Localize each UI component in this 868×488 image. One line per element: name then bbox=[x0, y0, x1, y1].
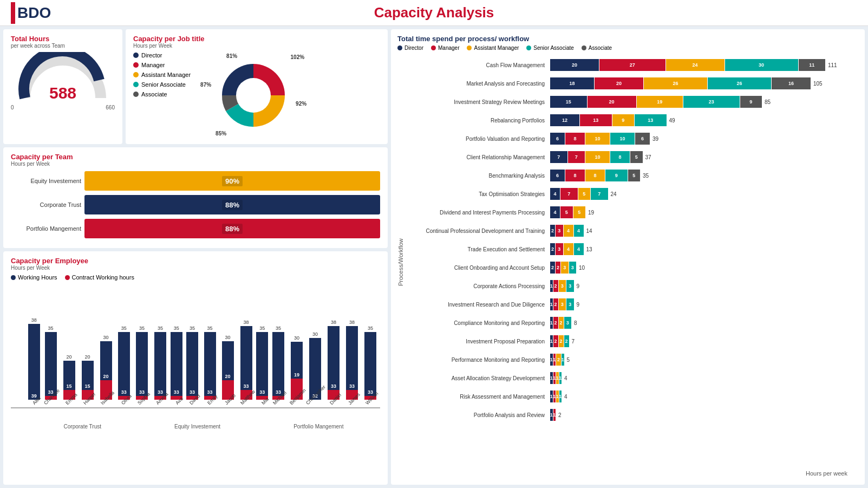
team-label-portfolio: Portfolio Mangement bbox=[11, 225, 81, 232]
rl-associate: Associate bbox=[582, 45, 612, 51]
emp-bar-sophia: 3533Sophia bbox=[133, 326, 151, 407]
emp-stack: 33 bbox=[204, 332, 216, 400]
proc-seg: 3 bbox=[561, 262, 569, 274]
rl-associate-label: Associate bbox=[589, 45, 612, 51]
process-bars: 11215 bbox=[550, 354, 858, 366]
emp-bar-harper: 2015Harper bbox=[79, 354, 96, 407]
process-row: Investment Proposal Preparation12227 bbox=[407, 333, 858, 350]
emp-stack: 33 bbox=[346, 326, 358, 400]
process-name: Client Onboarding and Account Setup bbox=[407, 265, 548, 271]
svg-point-0 bbox=[236, 78, 271, 113]
proc-seg: 7 bbox=[550, 151, 567, 163]
emp-chart-container: Hours per Week 3839Alex3533Charlotte2015… bbox=[11, 284, 380, 430]
employee-card: Capacity per Employee Hours per Week Wor… bbox=[3, 251, 388, 485]
emp-bar-christopher: 3032Christopher bbox=[306, 331, 324, 407]
legend-director: Director bbox=[133, 52, 191, 58]
proc-seg: 8 bbox=[565, 133, 585, 145]
working-label: Working Hours bbox=[18, 274, 57, 281]
job-title-card-title: Capacity per Job title bbox=[133, 35, 380, 43]
emp-stack: 33 bbox=[272, 332, 284, 400]
emp-legend: Working Hours Contract Working hours bbox=[11, 274, 380, 281]
manager-dot bbox=[133, 62, 139, 68]
emp-top-label: 35 bbox=[190, 326, 195, 331]
proc-seg: 4 bbox=[564, 225, 573, 237]
process-name: Performance Monitoring and Reporting bbox=[407, 357, 548, 363]
emp-top-label: 35 bbox=[121, 326, 127, 331]
proc-seg: 8 bbox=[585, 170, 605, 181]
proc-seg: 1 bbox=[556, 372, 559, 384]
proc-total: 49 bbox=[669, 118, 675, 123]
proc-seg: 1 bbox=[553, 391, 556, 402]
emp-bar-michael: 3533Michael bbox=[270, 326, 287, 407]
legend-manager: Manager bbox=[133, 62, 191, 68]
contract-dot bbox=[65, 275, 70, 280]
proc-seg: 3 bbox=[569, 262, 577, 274]
proc-seg: 7 bbox=[568, 151, 585, 163]
proc-seg: 10 bbox=[585, 151, 610, 163]
working-dot bbox=[11, 275, 16, 280]
proc-seg: 20 bbox=[550, 59, 599, 71]
process-row: Dividend and Interest Payments Processin… bbox=[407, 204, 858, 221]
team-pct-equity: 90% bbox=[222, 176, 243, 186]
emp-bar-isabella: 3020Isabella bbox=[97, 335, 115, 407]
emp-blue-label: 20 bbox=[225, 374, 231, 379]
emp-blue-seg: 33 bbox=[45, 332, 57, 396]
director-dot bbox=[133, 53, 139, 58]
director-label: Director bbox=[141, 52, 162, 58]
process-row: Cash Flow Management2027243011111 bbox=[407, 56, 858, 74]
proc-seg: 5 bbox=[573, 206, 586, 218]
proc-seg: 10 bbox=[610, 133, 635, 145]
emp-blue-label: 33 bbox=[207, 389, 213, 395]
process-name: Asset Allocation Strategy Development bbox=[407, 375, 548, 381]
proc-total: 19 bbox=[588, 210, 594, 216]
process-name: Risk Assessment and Management bbox=[407, 394, 548, 400]
main-content: Total Hours per week across Team 588 0 bbox=[0, 26, 868, 488]
emp-blue-seg: 15 bbox=[82, 361, 94, 390]
emp-top-label: 38 bbox=[244, 320, 249, 325]
proc-total: 37 bbox=[645, 154, 651, 160]
proc-total: 10 bbox=[579, 265, 585, 271]
proc-seg: 1 bbox=[553, 372, 556, 384]
team-track-trust: 88% bbox=[84, 195, 380, 214]
proc-seg: 1 bbox=[556, 391, 559, 402]
proc-seg: 2 bbox=[553, 280, 558, 292]
emp-bar-emily: 3533Emily bbox=[202, 326, 218, 407]
process-row: Corporate Actions Processing12339 bbox=[407, 277, 858, 295]
emp-bar-matthew: 3833Matthew bbox=[238, 320, 255, 407]
emp-blue-label: 33 bbox=[259, 389, 265, 395]
proc-seg: 26 bbox=[708, 77, 771, 89]
process-name: Cash Flow Management bbox=[407, 62, 548, 68]
x-axis-label: Hours per week bbox=[397, 470, 858, 477]
page-title: Capacity Analysis bbox=[374, 4, 494, 21]
proc-seg: 3 bbox=[556, 225, 563, 237]
emp-bar-william: 3533William bbox=[362, 326, 379, 407]
emp-blue-label: 33 bbox=[349, 383, 355, 389]
proc-seg: 8 bbox=[610, 151, 630, 163]
process-name: Trade Execution and Settlement bbox=[407, 246, 548, 252]
emp-blue-seg: 33 bbox=[136, 332, 148, 396]
proc-seg: 1 bbox=[550, 409, 553, 421]
proc-total: 2 bbox=[558, 412, 562, 418]
proc-seg: 4 bbox=[550, 188, 560, 200]
proc-seg: 5 bbox=[560, 206, 573, 218]
process-row: Performance Monitoring and Reporting1121… bbox=[407, 351, 858, 368]
emp-bar-james: 3833James bbox=[343, 320, 361, 407]
process-bars: 1820262616105 bbox=[550, 77, 858, 89]
emp-bar-benjamin: 3019Benjamin bbox=[288, 335, 305, 407]
logo-bar bbox=[11, 2, 15, 24]
proc-seg: 1 bbox=[550, 335, 553, 347]
emp-bar-mia: 3533Mia bbox=[256, 326, 269, 407]
emp-top-label: 38 bbox=[31, 317, 37, 323]
rl-associate-dot bbox=[582, 45, 586, 50]
proc-seg: 13 bbox=[580, 114, 612, 126]
proc-seg: 1 bbox=[550, 354, 553, 366]
rl-am-label: Assistant Manager bbox=[474, 45, 519, 51]
process-name: Dividend and Interest Payments Processin… bbox=[407, 210, 548, 216]
proc-seg: 12 bbox=[550, 114, 579, 126]
proc-seg: 4 bbox=[550, 206, 560, 218]
emp-bar-chart: Hours per Week 3839Alex3533Charlotte2015… bbox=[11, 284, 380, 408]
process-bars: 77108537 bbox=[550, 151, 858, 163]
process-bars: 12238 bbox=[550, 317, 858, 329]
emp-top-label: 20 bbox=[67, 354, 72, 360]
process-row: Client Relationship Management77108537 bbox=[407, 148, 858, 166]
